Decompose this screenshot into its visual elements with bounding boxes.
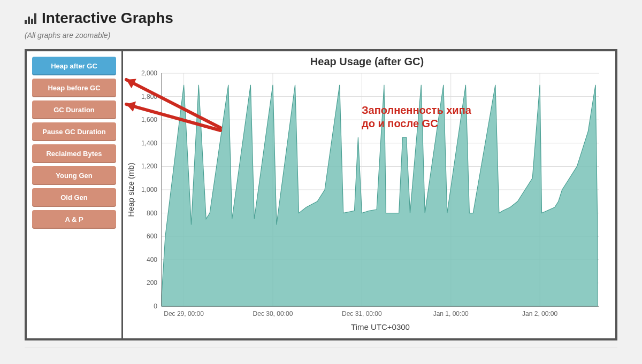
chart-area[interactable]: Heap Usage (after GC) 02004006008001,000… [123,51,615,338]
tab-old-gen[interactable]: Old Gen [32,188,116,207]
tabs-sidebar: Heap after GC Heap before GC GC Duration… [27,51,123,338]
tab-reclaimed-bytes[interactable]: Reclaimed Bytes [32,144,116,163]
svg-text:Dec 29, 00:00: Dec 29, 00:00 [164,310,204,317]
svg-text:Dec 30, 00:00: Dec 30, 00:00 [253,310,293,317]
svg-marker-39 [126,102,136,112]
svg-text:1,200: 1,200 [141,162,157,170]
svg-text:1,000: 1,000 [141,186,157,193]
bars-icon [25,12,36,24]
svg-text:400: 400 [147,256,157,264]
tab-young-gen[interactable]: Young Gen [32,166,116,185]
svg-line-36 [126,80,220,128]
svg-text:Jan 2, 00:00: Jan 2, 00:00 [522,310,557,317]
graphs-panel: Heap after GC Heap before GC GC Duration… [25,49,617,340]
svg-text:Dec 31, 00:00: Dec 31, 00:00 [342,310,382,317]
tab-heap-after-gc[interactable]: Heap after GC [32,57,116,75]
svg-text:1,400: 1,400 [141,140,157,147]
svg-text:600: 600 [147,233,157,240]
tab-heap-before-gc[interactable]: Heap before GC [32,79,116,97]
tab-gc-duration[interactable]: GC Duration [32,100,116,119]
svg-text:Time UTC+0300: Time UTC+0300 [351,322,410,331]
tab-pause-gc-duration[interactable]: Pause GC Duration [32,122,116,141]
svg-text:800: 800 [147,210,157,217]
divider [25,347,617,347]
svg-text:Jan 1, 00:00: Jan 1, 00:00 [433,310,469,317]
svg-line-38 [126,104,220,130]
svg-text:0: 0 [154,303,157,310]
svg-text:2,000: 2,000 [141,69,157,77]
chart-title: Heap Usage (after GC) [124,56,610,68]
svg-text:1,600: 1,600 [141,116,157,123]
svg-text:200: 200 [147,279,157,286]
page-title: Interactive Graphs [42,10,173,27]
svg-text:Heap size (mb): Heap size (mb) [126,162,135,217]
page-subtitle: (All graphs are zoomable) [25,31,617,40]
tab-a-and-p[interactable]: A & P [32,210,116,229]
heap-usage-chart[interactable]: 02004006008001,0001,2001,4001,6001,8002,… [124,69,606,336]
